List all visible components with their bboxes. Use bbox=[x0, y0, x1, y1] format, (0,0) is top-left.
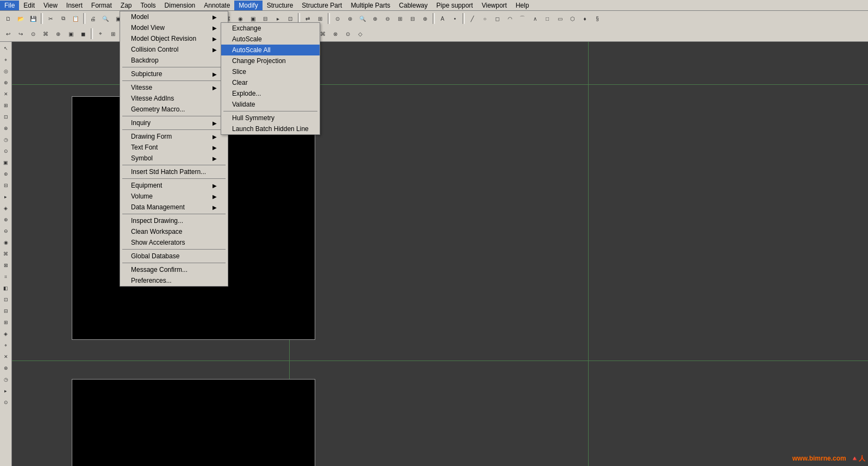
menu-inquiry[interactable]: Inquiry ▶ bbox=[120, 117, 228, 128]
btn30[interactable]: ○ bbox=[479, 13, 491, 24]
sb-btn23[interactable]: ⊡ bbox=[1, 294, 11, 305]
sb-btn5[interactable]: ✕ bbox=[1, 89, 11, 100]
sb-btn7[interactable]: ⊡ bbox=[1, 111, 11, 122]
menu-edit[interactable]: Edit bbox=[19, 1, 39, 10]
menu-text-font[interactable]: Text Font ▶ bbox=[120, 142, 228, 153]
menu-model-object-revision[interactable]: Model Object Revision ▶ bbox=[120, 33, 228, 44]
menu-drawing-form[interactable]: Drawing Form ▶ bbox=[120, 131, 228, 142]
btn39[interactable]: § bbox=[591, 13, 603, 24]
sb-btn18[interactable]: ◉ bbox=[1, 237, 11, 248]
t2-btn26[interactable]: ⊗ bbox=[329, 28, 341, 40]
sb-btn4[interactable]: ⊕ bbox=[1, 77, 11, 88]
print-preview-btn[interactable]: 🔍 bbox=[99, 13, 111, 24]
t2-btn4[interactable]: ⌘ bbox=[40, 28, 52, 40]
sb-btn15[interactable]: ◈ bbox=[1, 203, 11, 214]
t2-btn8[interactable]: ⌖ bbox=[95, 28, 107, 40]
menu-global-database[interactable]: Global Database bbox=[120, 251, 228, 262]
submenu-clear[interactable]: Clear bbox=[221, 77, 320, 88]
sb-btn2[interactable]: ⌖ bbox=[1, 54, 11, 65]
menu-collision-control[interactable]: Collision Control ▶ bbox=[120, 44, 228, 55]
btn20[interactable]: ⊛ bbox=[344, 13, 356, 24]
t2-btn9[interactable]: ⊞ bbox=[107, 28, 119, 40]
sb-btn19[interactable]: ⌘ bbox=[1, 248, 11, 259]
sb-btn31[interactable]: ▸ bbox=[1, 386, 11, 396]
menu-model-view[interactable]: Model View ▶ bbox=[120, 22, 228, 33]
menu-message-confirm[interactable]: Message Confirm... bbox=[120, 264, 228, 275]
menu-model[interactable]: Model ▶ bbox=[120, 11, 228, 22]
sb-btn24[interactable]: ⊟ bbox=[1, 306, 11, 316]
sb-btn11[interactable]: ▣ bbox=[1, 157, 11, 168]
menu-preferences[interactable]: Preferences... bbox=[120, 275, 228, 286]
menu-viewport[interactable]: Viewport bbox=[477, 1, 511, 10]
btn22[interactable]: ⊕ bbox=[369, 13, 381, 24]
submenu-launch-batch[interactable]: Launch Batch Hidden Line bbox=[221, 123, 320, 134]
submenu-slice[interactable]: Slice bbox=[221, 66, 320, 77]
menu-format[interactable]: Format bbox=[87, 1, 116, 10]
sb-btn13[interactable]: ⊟ bbox=[1, 180, 11, 191]
menu-file[interactable]: File bbox=[0, 1, 19, 10]
menu-cableway[interactable]: Cableway bbox=[395, 1, 432, 10]
menu-vitesse[interactable]: Vitesse ▶ bbox=[120, 82, 228, 93]
sb-btn32[interactable]: ⊙ bbox=[1, 397, 11, 408]
menu-inspect-drawing[interactable]: Inspect Drawing... bbox=[120, 215, 228, 226]
t2-btn1[interactable]: ↩ bbox=[2, 28, 14, 40]
btn23[interactable]: ⊖ bbox=[382, 13, 394, 24]
menu-equipment[interactable]: Equipment ▶ bbox=[120, 180, 228, 191]
new-btn[interactable]: 🗋 bbox=[2, 13, 14, 24]
sb-btn25[interactable]: ⊞ bbox=[1, 317, 11, 328]
sb-btn10[interactable]: ⊙ bbox=[1, 146, 11, 157]
menu-clean-workspace[interactable]: Clean Workspace bbox=[120, 226, 228, 237]
sb-btn3[interactable]: ◎ bbox=[1, 66, 11, 77]
save-btn[interactable]: 💾 bbox=[27, 13, 39, 24]
submenu-validate[interactable]: Validate bbox=[221, 99, 320, 110]
sb-btn30[interactable]: ◷ bbox=[1, 374, 11, 385]
menu-modify[interactable]: Modify bbox=[234, 1, 262, 10]
menu-data-management[interactable]: Data Management ▶ bbox=[120, 202, 228, 213]
submenu-explode[interactable]: Explode... bbox=[221, 88, 320, 99]
menu-volume[interactable]: Volume ▶ bbox=[120, 191, 228, 202]
sb-btn9[interactable]: ◷ bbox=[1, 134, 11, 145]
menu-subpicture[interactable]: Subpicture ▶ bbox=[120, 69, 228, 79]
sb-btn16[interactable]: ⊕ bbox=[1, 214, 11, 225]
t2-btn6[interactable]: ▣ bbox=[65, 28, 77, 40]
btn29[interactable]: ╱ bbox=[466, 13, 478, 24]
btn25[interactable]: ⊟ bbox=[407, 13, 419, 24]
menu-symbol[interactable]: Symbol ▶ bbox=[120, 153, 228, 164]
sb-btn17[interactable]: ⊖ bbox=[1, 226, 11, 237]
copy-btn[interactable]: ⧉ bbox=[57, 13, 69, 24]
btn21[interactable]: 🔍 bbox=[357, 13, 369, 24]
btn28[interactable]: • bbox=[449, 13, 461, 24]
btn27[interactable]: A bbox=[436, 13, 448, 24]
sb-select[interactable]: ↖ bbox=[1, 43, 11, 54]
btn34[interactable]: ∧ bbox=[529, 13, 541, 24]
t2-btn28[interactable]: ◇ bbox=[354, 28, 366, 40]
menu-vitesse-addins[interactable]: Vitesse AddIns bbox=[120, 93, 228, 104]
btn31[interactable]: ◻ bbox=[491, 13, 503, 24]
sb-btn21[interactable]: ⌗ bbox=[1, 271, 11, 282]
t2-btn7[interactable]: ◼ bbox=[77, 28, 89, 40]
menu-annotate[interactable]: Annotate bbox=[199, 1, 234, 10]
submenu-hull-symmetry[interactable]: Hull Symmetry bbox=[221, 113, 320, 123]
submenu-autoscale[interactable]: AutoScale bbox=[221, 34, 320, 45]
btn35[interactable]: □ bbox=[541, 13, 553, 24]
t2-btn2[interactable]: ↪ bbox=[15, 28, 27, 40]
sb-btn12[interactable]: ⊛ bbox=[1, 169, 11, 179]
menu-pipe-support[interactable]: Pipe support bbox=[432, 1, 477, 10]
submenu-change-projection[interactable]: Change Projection bbox=[221, 55, 320, 66]
btn33[interactable]: ⌒ bbox=[516, 13, 528, 24]
menu-structure-part[interactable]: Structure Part bbox=[297, 1, 346, 10]
menu-help[interactable]: Help bbox=[511, 1, 534, 10]
menu-multiple-parts[interactable]: Multiple Parts bbox=[346, 1, 395, 10]
paste-btn[interactable]: 📋 bbox=[70, 13, 82, 24]
sb-btn14[interactable]: ▸ bbox=[1, 191, 11, 202]
sb-btn28[interactable]: ✕ bbox=[1, 351, 11, 362]
t2-btn27[interactable]: ⊙ bbox=[342, 28, 354, 40]
menu-structure[interactable]: Structure bbox=[263, 1, 298, 10]
sb-btn27[interactable]: ⌖ bbox=[1, 340, 11, 351]
menu-insert-std-hatch[interactable]: Insert Std Hatch Pattern... bbox=[120, 166, 228, 177]
menu-backdrop[interactable]: Backdrop bbox=[120, 55, 228, 66]
submenu-autoscale-all[interactable]: AutoScale All bbox=[221, 45, 320, 55]
menu-view[interactable]: View bbox=[39, 1, 62, 10]
t2-btn3[interactable]: ⊙ bbox=[27, 28, 39, 40]
btn26[interactable]: ⊕ bbox=[419, 13, 431, 24]
